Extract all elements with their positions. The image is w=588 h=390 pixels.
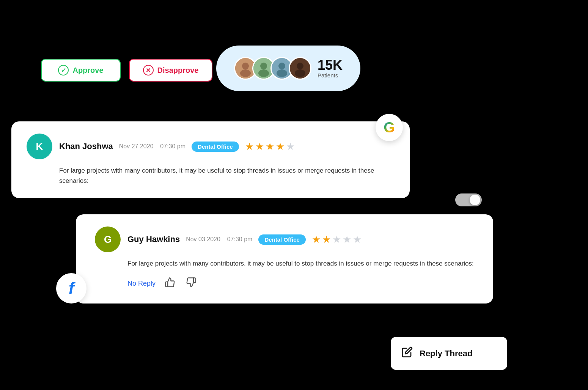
thumbs-down-button[interactable]: [184, 275, 198, 291]
facebook-badge: f: [56, 273, 86, 304]
reviewer-avatar-2: G: [95, 226, 121, 252]
svg-point-11: [295, 69, 305, 77]
disapprove-label: Disapprove: [157, 66, 199, 75]
toggle-switch[interactable]: [455, 193, 482, 206]
review-header-1: K Khan Joshwa Nov 27 2020 07:30 pm Denta…: [27, 134, 395, 159]
pencil-icon: [401, 346, 413, 360]
svg-point-5: [258, 69, 269, 77]
review-header-2: G Guy Hawkins Nov 03 2020 07:30 pm Denta…: [95, 226, 478, 252]
review-card-1: K Khan Joshwa Nov 27 2020 07:30 pm Denta…: [11, 121, 410, 198]
thumbs-up-button[interactable]: [163, 275, 177, 291]
star-rating-2: ★ ★ ★ ★ ★: [312, 234, 362, 245]
svg-point-2: [240, 69, 251, 77]
review-text-2: For large projects with many contributor…: [127, 258, 478, 269]
svg-point-4: [260, 63, 267, 69]
approve-label: Approve: [72, 66, 103, 75]
reviewer-avatar-1: K: [27, 134, 52, 159]
svg-point-1: [242, 63, 249, 69]
review-date-2: Nov 03 2020 07:30 pm: [186, 236, 252, 243]
no-reply-label[interactable]: No Reply: [127, 280, 156, 288]
avatar-stack: [234, 57, 311, 80]
google-badge: G: [376, 114, 403, 141]
reply-thread-button[interactable]: Reply Thread: [391, 337, 507, 370]
svg-point-10: [297, 63, 303, 69]
star-3: ★: [266, 141, 274, 153]
reviewer-name-2: Guy Hawkins: [127, 234, 180, 244]
star-5: ★: [353, 234, 362, 245]
review-date-1: Nov 27 2020 07:30 pm: [119, 143, 186, 150]
review-meta-1: Khan Joshwa Nov 27 2020 07:30 pm Dental …: [59, 141, 295, 153]
approve-button[interactable]: ✓ Approve: [41, 59, 121, 82]
check-icon: ✓: [58, 65, 69, 75]
star-3: ★: [332, 234, 341, 245]
toggle-track: [455, 193, 482, 206]
review-tag-1: Dental Office: [192, 142, 239, 152]
svg-point-7: [278, 63, 285, 69]
review-text-1: For large projects with many contributor…: [59, 165, 395, 186]
review-tag-2: Dental Office: [258, 234, 306, 245]
google-icon: G: [384, 120, 395, 135]
svg-point-8: [277, 69, 287, 77]
review-actions-2: No Reply: [127, 275, 478, 291]
reviewer-name-1: Khan Joshwa: [59, 142, 113, 151]
disapprove-button[interactable]: ✕ Disapprove: [129, 59, 212, 82]
star-1: ★: [245, 141, 254, 153]
patients-count: 15K: [318, 58, 343, 72]
patients-info: 15K Patients: [318, 58, 343, 79]
star-5: ★: [286, 141, 295, 153]
star-1: ★: [312, 234, 321, 245]
facebook-icon: f: [69, 280, 74, 297]
star-2: ★: [255, 141, 264, 153]
review-card-2: G Guy Hawkins Nov 03 2020 07:30 pm Denta…: [76, 214, 493, 304]
toggle-thumb: [470, 195, 480, 205]
avatar: [289, 57, 311, 80]
review-meta-2: Guy Hawkins Nov 03 2020 07:30 pm Dental …: [127, 234, 362, 245]
star-4: ★: [343, 234, 351, 245]
reply-thread-label: Reply Thread: [420, 349, 472, 359]
x-icon: ✕: [143, 65, 154, 75]
star-2: ★: [322, 234, 331, 245]
patients-label: Patients: [318, 72, 338, 79]
patients-bubble: 15K Patients: [216, 46, 360, 91]
star-4: ★: [276, 141, 285, 153]
star-rating-1: ★ ★ ★ ★ ★: [245, 141, 295, 153]
